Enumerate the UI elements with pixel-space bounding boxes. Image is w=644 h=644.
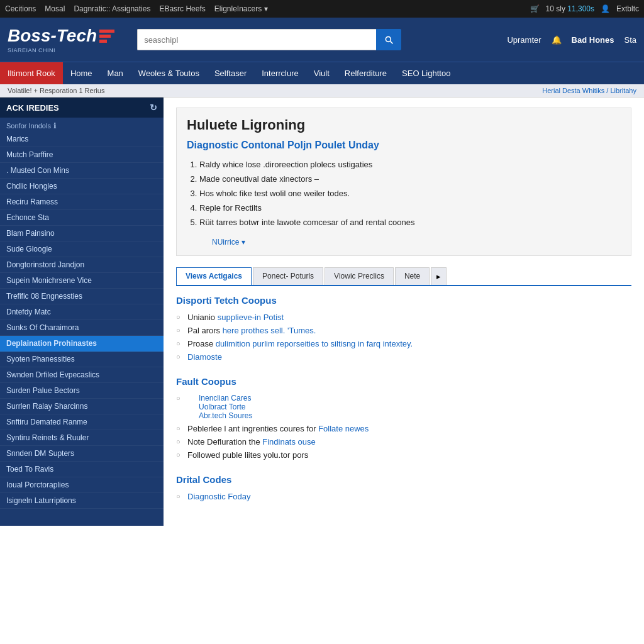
disporti-item-2: Proase dulimition purlim reporseities to…: [176, 337, 631, 350]
drital-link-0[interactable]: Diagnostic Foday: [187, 492, 250, 501]
nav-item-4[interactable]: Selftaser: [207, 62, 254, 84]
tab-nete[interactable]: Nete: [395, 267, 430, 285]
sidebar-item-syntiru[interactable]: Syntiru Reinets & Ruuler: [0, 430, 164, 446]
nav-item-6[interactable]: Viult: [306, 62, 337, 84]
drital-list: Diagnostic Foday: [176, 490, 631, 503]
main-section-heading: Diagnostic Contonal Poljn Poulet Unday: [187, 140, 621, 151]
list-item-1: Made coneutival date xinectors –: [199, 172, 621, 186]
sidebar-item-surden[interactable]: Surden Palue Bectors: [0, 383, 164, 399]
sidebar-item-dongt[interactable]: Dongtorinstord Jandjon: [0, 257, 164, 273]
nav-item-1[interactable]: Home: [63, 62, 100, 84]
sidebar-item-surrlen[interactable]: Surrlen Ralay Sharcinns: [0, 399, 164, 414]
fault-item-2: Note Defluration the Findinats ouse: [176, 435, 631, 448]
sidebar-item-snftiru[interactable]: Snftiru Demated Ranme: [0, 414, 164, 430]
topnav-item-2[interactable]: Dagnratic:: Assignaties: [74, 4, 150, 13]
more-link[interactable]: NUirrice ▾: [212, 238, 245, 247]
sidebar-item-echonce[interactable]: Echonce Sta: [0, 210, 164, 226]
breadcrumb: Volatile! + Resporation 1 Rerius Herial …: [0, 84, 644, 97]
header-right: Upramter 🔔 Bad Hones Sta: [507, 35, 636, 45]
search-button[interactable]: [376, 29, 401, 50]
sidebar-item-marics[interactable]: Marics: [0, 131, 164, 147]
disporti-item-1: Pal arors here prothes sell. 'Tumes.: [176, 324, 631, 337]
tab-more-button[interactable]: ▸: [431, 267, 447, 285]
fault-item-0: Inenclian Cares Uolbract Torte Abr.tech …: [176, 392, 631, 422]
fault-link-0b[interactable]: Uolbract Torte: [199, 402, 631, 411]
sidebar-item-blam[interactable]: Blam Painsino: [0, 226, 164, 242]
breadcrumb-left: Volatile! + Resporation 1 Rerius: [8, 87, 104, 94]
sidebar-item-dntefdy[interactable]: Dntefdy Matc: [0, 304, 164, 320]
nav-item-3[interactable]: Weoles & Toutos: [131, 62, 207, 84]
logo[interactable]: Boss-Tech SIAREIAN CHINI: [8, 26, 114, 53]
sidebar-item-supein[interactable]: Supein Monichrsene Vice: [0, 273, 164, 289]
fault-item-3: Followed puble liites yolu.tor pors: [176, 448, 631, 462]
sidebar-item-sude[interactable]: Sude Gloogle: [0, 242, 164, 257]
topnav-right: 🛒 10 sly 11,300s 👤 Extbltc: [530, 4, 639, 13]
fault-link-0c[interactable]: Abr.tech Soures: [199, 411, 631, 420]
nav-item-5[interactable]: Interrclure: [254, 62, 306, 84]
drital-section: Drital Codes Diagnostic Foday: [176, 474, 631, 503]
top-navigation: Cecitions Mosal Dagnratic:: Assignaties …: [0, 0, 644, 18]
dropdown-arrow-icon: ▾: [242, 238, 245, 247]
sidebar-item-ioual[interactable]: Ioual Porctoraplies: [0, 477, 164, 493]
list-item-4: Rüit tarres botwr inte lawote comcesar o…: [199, 215, 621, 230]
fault-list: Inenclian Cares Uolbract Torte Abr.tech …: [176, 392, 631, 462]
disporti-link-2b[interactable]: farq intextey.: [367, 339, 413, 348]
nav-item-0[interactable]: Iltimont Rook: [0, 62, 63, 84]
fault-link-1[interactable]: Follate newes: [318, 424, 369, 433]
sidebar-item-syoten[interactable]: Syoten Phanessities: [0, 352, 164, 367]
upramter-icon: 🔔: [552, 35, 562, 45]
fault-section: Fault Coopus Inenclian Cares Uolbract To…: [176, 376, 631, 462]
tab-views[interactable]: Views Actigaics: [176, 267, 252, 285]
disporti-item-3: Diamoste: [176, 350, 631, 364]
sidebar-item-chdlic[interactable]: Chdlic Hongles: [0, 179, 164, 194]
topnav-item-1[interactable]: Mosal: [45, 4, 65, 13]
drital-item-0: Diagnostic Foday: [176, 490, 631, 503]
sidebar-item-sunks[interactable]: Sunks Of Charaimora: [0, 320, 164, 336]
nav-item-7[interactable]: Relferditure: [337, 62, 394, 84]
nav-item-2[interactable]: Man: [100, 62, 131, 84]
tabs-bar: Views Actigaics Ponect- Poturls Viowic P…: [176, 267, 631, 286]
info-icon: ℹ: [53, 121, 57, 130]
sidebar-item-snnden[interactable]: Snnden DM Supters: [0, 446, 164, 462]
disporti-heading: Disporti Tetch Coopus: [176, 295, 631, 306]
sidebar-item-reciru[interactable]: Reciru Ramess: [0, 194, 164, 210]
disporti-link-2a[interactable]: dulimition purlim reporseities to siltis…: [216, 339, 367, 348]
upramter-label[interactable]: Upramter: [507, 35, 541, 45]
breadcrumb-right[interactable]: Herial Desta Whitiks / Libritahy: [542, 87, 636, 94]
sidebar-item-mutch[interactable]: Mutch Parffire: [0, 147, 164, 163]
search-area: [137, 29, 401, 50]
disporti-link-3[interactable]: Diamoste: [187, 352, 222, 362]
tab-viowic[interactable]: Viowic Preclics: [325, 267, 394, 285]
search-icon: [384, 35, 394, 45]
sidebar-section-label: Sonfor Inndols ℹ: [0, 118, 164, 131]
nav-item-8[interactable]: SEO Lighttoo: [394, 62, 458, 84]
disporti-link-1[interactable]: here prothes sell. 'Tumes.: [223, 326, 316, 335]
fault-link-0a[interactable]: Inenclian Cares: [199, 394, 631, 402]
topnav-item-3[interactable]: EBasrc Heefs: [159, 4, 205, 13]
refresh-icon[interactable]: ↻: [150, 103, 157, 113]
sidebar-item-swnden[interactable]: Swnden Drfiled Evpecaslics: [0, 367, 164, 383]
search-input[interactable]: [137, 29, 376, 50]
bad-hones-label[interactable]: Bad Hones: [572, 35, 614, 45]
main-content: Huluete Ligroning Diagnostic Contonal Po…: [164, 97, 644, 526]
disporti-link-0[interactable]: supplieve-in Potist: [218, 313, 284, 322]
topnav-link[interactable]: 11,300s: [567, 4, 594, 13]
topnav-cart-icon: 🛒: [530, 4, 540, 13]
tab-ponect[interactable]: Ponect- Poturls: [253, 267, 323, 285]
topnav-item-4[interactable]: ElignleInacers ▾: [214, 4, 268, 13]
sidebar-item-trefific[interactable]: Trefific 08 Engnessties: [0, 289, 164, 304]
sidebar-item-toed[interactable]: Toed To Ravis: [0, 462, 164, 477]
numbered-list: Raldy whice lose .diroreection plolecs u…: [199, 157, 621, 230]
sta-label[interactable]: Sta: [624, 35, 636, 45]
fault-link-2[interactable]: Findinats ouse: [262, 437, 316, 447]
sidebar-item-deplaination[interactable]: Deplaination Prohinastes: [0, 336, 164, 352]
sidebar: ACK IREDIES ↻ Sonfor Inndols ℹ Marics Mu…: [0, 97, 164, 526]
sidebar-item-isigneln[interactable]: Isigneln Laturriptions: [0, 493, 164, 509]
disporti-list: Unianio supplieve-in Potist Pal arors he…: [176, 311, 631, 364]
topnav-item-0[interactable]: Cecitions: [5, 4, 36, 13]
content-wrapper: ACK IREDIES ↻ Sonfor Inndols ℹ Marics Mu…: [0, 97, 644, 526]
topnav-extra[interactable]: Extbltc: [616, 4, 639, 13]
sidebar-item-musted[interactable]: . Musted Con Mins: [0, 163, 164, 179]
page-title: Huluete Ligroning: [187, 117, 621, 133]
logo-text: Boss-Tech: [8, 26, 97, 46]
